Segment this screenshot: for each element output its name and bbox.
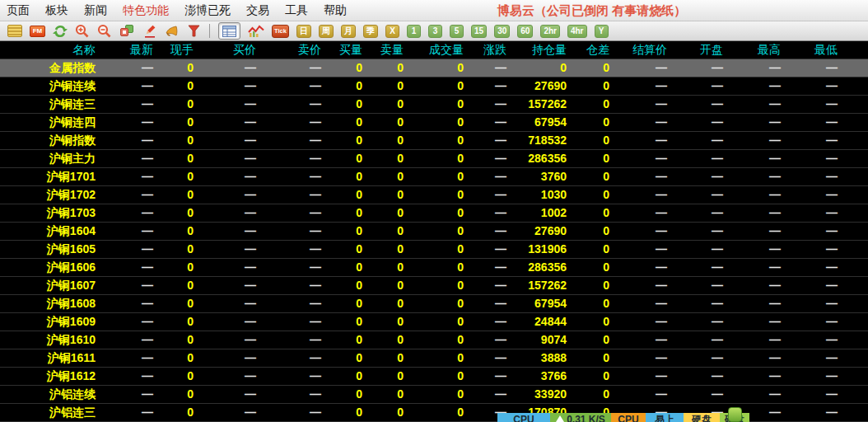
period-button-4hr[interactable]: 4hr <box>567 25 587 38</box>
cell: — <box>782 77 839 95</box>
menu-item[interactable]: 板块 <box>45 3 68 18</box>
period-button-1[interactable]: 1 <box>407 25 421 38</box>
period-button-Y[interactable]: Y <box>595 25 609 38</box>
cell: — <box>782 204 839 222</box>
cell: 0 <box>405 59 465 77</box>
cell: — <box>669 186 725 204</box>
table-row[interactable]: 沪铜1702—0——000—10300———— <box>0 186 868 204</box>
cell: 0 <box>405 114 465 131</box>
table-row[interactable]: 沪铜1607—0——000—1572620———— <box>0 277 868 295</box>
period-button-60[interactable]: 60 <box>517 25 533 38</box>
column-header[interactable]: 最新 <box>97 41 155 59</box>
cell: — <box>725 96 782 113</box>
cell: — <box>258 313 323 331</box>
table-row[interactable]: 沪铜1612—0——000—37660———— <box>0 368 868 386</box>
quote-list-icon[interactable] <box>7 25 22 37</box>
cell: 0 <box>364 349 405 367</box>
cell: — <box>195 204 258 222</box>
menu-item[interactable]: 页面 <box>7 3 30 18</box>
table-row[interactable]: 沪铜连四—0——000—679540———— <box>0 114 868 132</box>
period-button-日[interactable]: 日 <box>296 25 311 38</box>
refresh-icon[interactable] <box>53 24 68 39</box>
table-row[interactable]: 沪铜1703—0——000—10020———— <box>0 204 868 223</box>
table-row[interactable]: 沪铜1604—0——000—276900———— <box>0 223 868 241</box>
period-button-季[interactable]: 季 <box>363 25 378 38</box>
column-header[interactable]: 卖量 <box>364 41 405 59</box>
table-row[interactable]: 沪铜1606—0——000—2863560———— <box>0 259 868 277</box>
zoom-out-icon[interactable] <box>97 24 112 39</box>
table-row[interactable]: 沪铜连三—0——000—1572620———— <box>0 96 868 114</box>
table-row[interactable]: 沪铜1609—0——000—248440———— <box>0 313 868 331</box>
menu-item[interactable]: 帮助 <box>324 3 347 18</box>
column-header[interactable]: 买量 <box>323 41 364 59</box>
table-row[interactable]: 沪铜1605—0——000—1319060———— <box>0 241 868 259</box>
table-row[interactable]: 金属指数—0——000—00———— <box>0 59 868 77</box>
cell: — <box>725 331 782 349</box>
tick-chart-button[interactable]: Tick <box>272 25 289 38</box>
period-button-月[interactable]: 月 <box>341 25 356 38</box>
menu-item[interactable]: 交易 <box>246 3 269 18</box>
cell: — <box>669 368 725 385</box>
column-header[interactable]: 开盘 <box>669 41 725 59</box>
cell: 0 <box>364 96 405 113</box>
table-row[interactable]: 沪铝连续—0——000—339200———— <box>0 386 868 404</box>
cell: 0 <box>405 349 465 367</box>
period-button-周[interactable]: 周 <box>319 25 334 38</box>
cell: 0 <box>568 277 611 294</box>
cell: — <box>782 331 839 349</box>
table-view-button[interactable] <box>218 22 240 40</box>
cell: — <box>611 313 669 331</box>
column-header[interactable]: 最高 <box>725 41 782 59</box>
menu-item[interactable]: 新闻 <box>84 3 107 18</box>
period-button-5[interactable]: 5 <box>450 25 464 38</box>
table-row[interactable]: 沪铜1608—0——000—679540———— <box>0 295 868 313</box>
chart-view-button[interactable] <box>248 25 264 38</box>
cell: — <box>725 386 782 403</box>
column-header[interactable]: 买价 <box>195 41 258 59</box>
period-button-15[interactable]: 15 <box>471 25 487 38</box>
cell: — <box>97 349 155 367</box>
period-button-3[interactable]: 3 <box>428 25 442 38</box>
tile-windows-icon[interactable] <box>119 24 135 38</box>
column-header[interactable]: 持仓量 <box>508 41 568 59</box>
cell: — <box>258 114 323 131</box>
cell: 0 <box>323 186 364 204</box>
menu-item[interactable]: 工具 <box>285 3 308 18</box>
cell: 0 <box>364 77 405 95</box>
column-header[interactable]: 涨跌 <box>465 41 508 59</box>
cell: — <box>782 186 839 204</box>
edit-pencil-icon[interactable] <box>142 24 157 39</box>
cell: 0 <box>155 96 195 113</box>
period-button-30[interactable]: 30 <box>494 25 510 38</box>
period-button-2hr[interactable]: 2hr <box>540 25 560 38</box>
table-row[interactable]: 沪铜1610—0——000—90740———— <box>0 331 868 349</box>
period-button-X[interactable]: X <box>385 25 399 38</box>
table-row[interactable]: 沪铜主力—0——000—2863560———— <box>0 150 868 168</box>
cell: — <box>725 59 782 77</box>
table-row[interactable]: 沪铜连续—0——000—276900———— <box>0 77 868 96</box>
table-row[interactable]: 沪铜指数—0——000—7185320———— <box>0 132 868 150</box>
table-row[interactable]: 沪铜1611—0——000—38880———— <box>0 349 868 368</box>
cell: — <box>97 77 155 95</box>
zoom-in-icon[interactable] <box>75 24 90 39</box>
column-header[interactable]: 名称 <box>0 41 97 59</box>
column-header[interactable]: 最低 <box>782 41 839 59</box>
table-row[interactable]: 沪铜1701—0——000—37600———— <box>0 168 868 186</box>
column-header[interactable]: 现手 <box>155 41 195 59</box>
cell: — <box>258 241 323 258</box>
column-header[interactable]: 结算价 <box>611 41 669 59</box>
cell: — <box>782 132 839 149</box>
cell: 0 <box>568 77 611 95</box>
contract-name: 沪铜1606 <box>0 259 97 276</box>
alarm-horn-icon[interactable] <box>165 24 180 38</box>
cell: 0 <box>405 331 465 349</box>
column-header[interactable]: 仓差 <box>568 41 611 59</box>
cell: — <box>97 132 155 149</box>
column-header[interactable]: 卖价 <box>258 41 323 59</box>
menu-item[interactable]: 特色功能 <box>123 3 169 18</box>
fm-radio-icon[interactable]: FM <box>30 26 45 37</box>
menu-item[interactable]: 澎博已死 <box>184 3 231 18</box>
contract-name: 沪铜1703 <box>0 204 97 222</box>
filter-icon[interactable] <box>187 25 201 37</box>
column-header[interactable]: 成交量 <box>405 41 465 59</box>
